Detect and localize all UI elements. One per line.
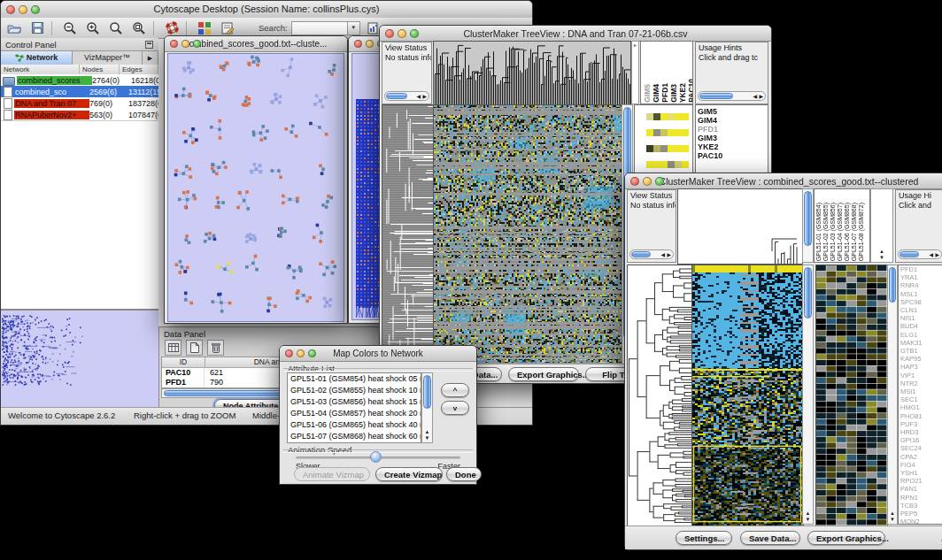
attribute-list-item[interactable]: GPL51-01 (GSM854) heat shock 05 min — [288, 373, 421, 385]
attribute-list-item[interactable]: GPL51-02 (GSM855) heat shock 10 min — [288, 385, 421, 396]
gene-label[interactable]: MSI1 — [899, 387, 942, 395]
network-list-row[interactable]: combined_sco 2569(6) 13112(15) — [1, 86, 158, 97]
gene-label[interactable]: RPN1 — [899, 494, 942, 502]
zoom-button[interactable] — [410, 29, 419, 38]
minimize-button[interactable] — [19, 5, 27, 14]
gene-label[interactable]: HRD3 — [899, 428, 942, 436]
usage-hints-hscrollbar[interactable]: ◀▶ — [698, 91, 766, 101]
gene-label[interactable]: RPO21 — [899, 477, 942, 485]
gene-label[interactable]: PAN1 — [899, 485, 942, 493]
zoom-button[interactable] — [193, 40, 201, 48]
gene-label[interactable]: PFD1 — [899, 265, 942, 273]
column-label[interactable]: GPL51-04 (GSM857) — [837, 203, 844, 261]
minimize-button[interactable] — [366, 40, 374, 48]
new-attribute-button[interactable] — [186, 340, 203, 356]
help-button[interactable] — [162, 20, 181, 36]
network-canvas[interactable] — [167, 53, 344, 322]
zoom-heatmap-canvas[interactable] — [815, 265, 888, 526]
heatmap-canvas[interactable] — [433, 104, 622, 364]
gene-label[interactable]: PFD1 — [696, 125, 768, 134]
search-input[interactable]: ▼ — [291, 21, 360, 35]
close-button[interactable] — [285, 349, 293, 357]
birdseye-view-panel[interactable] — [1, 309, 158, 408]
network-view-title-bar[interactable]: combined_scores_good.txt--cluste... — [165, 36, 347, 52]
gene-label[interactable]: YRA1 — [899, 273, 942, 281]
delete-attribute-button[interactable] — [207, 340, 224, 356]
minimize-button[interactable] — [398, 29, 406, 38]
gene-label[interactable]: ELG1 — [899, 331, 942, 339]
column-edges[interactable]: Edges — [120, 65, 158, 74]
gene-label[interactable]: SPC98 — [899, 298, 942, 306]
gene-label[interactable]: SEC1 — [899, 395, 942, 403]
zoom-button[interactable] — [31, 5, 40, 14]
heatmap-vscrollbar[interactable]: ▲▼ — [802, 265, 814, 525]
tab-network[interactable]: Network — [1, 51, 73, 65]
move-down-button[interactable]: v — [441, 401, 469, 415]
gene-label[interactable]: YKE2 — [696, 142, 768, 151]
tabs-overflow-button[interactable]: ▶ — [143, 51, 158, 65]
attribute-listbox[interactable]: GPL51-01 (GSM854) heat shock 05 minGPL51… — [287, 372, 421, 443]
gene-label[interactable]: KAP95 — [899, 355, 942, 363]
attribute-list-item[interactable]: GPL51-06 (GSM865) heat shock 40 min — [288, 419, 421, 431]
column-label[interactable]: PFD1 — [660, 83, 669, 103]
column-label[interactable]: GPL51-08 (GSM872) — [858, 203, 865, 261]
close-button[interactable] — [630, 177, 639, 186]
minimize-button[interactable] — [297, 349, 305, 357]
float-panel-icon[interactable] — [145, 41, 153, 49]
minimize-button[interactable] — [181, 40, 189, 48]
column-label[interactable]: GPL51-06 (GSM865) — [844, 203, 851, 261]
animate-vizmap-button[interactable]: Animate Vizmap — [294, 467, 370, 481]
column-label[interactable]: GIM5 — [643, 84, 652, 103]
dialog-title-bar[interactable]: Map Colors to Network — [280, 346, 476, 362]
search-dropdown-arrow[interactable]: ▼ — [347, 22, 359, 35]
zoom-button[interactable] — [308, 349, 316, 357]
gene-label[interactable]: MSL1 — [899, 290, 942, 298]
birdseye-canvas[interactable] — [2, 311, 156, 405]
column-label[interactable]: YKE2 — [678, 83, 687, 103]
zoom-button[interactable] — [655, 177, 664, 186]
attribute-list-item[interactable]: GPL51-03 (GSM856) heat shock 15 min — [288, 396, 421, 408]
zoom-selected-button[interactable] — [129, 20, 149, 36]
gene-label[interactable]: YSH1 — [899, 469, 942, 477]
column-dendrogram-canvas[interactable] — [677, 188, 803, 265]
gene-label[interactable]: NTR2 — [899, 380, 942, 387]
column-nodes[interactable]: Nodes — [80, 65, 120, 74]
zoom-fit-button[interactable] — [106, 20, 126, 36]
gene-label[interactable]: HMG1 — [899, 403, 942, 411]
column-label[interactable]: GIM4 — [652, 84, 660, 103]
column-label[interactable]: GPL51-07 (GSM868) — [851, 203, 858, 261]
done-button[interactable]: Done — [446, 467, 482, 481]
gene-label[interactable]: SEC24 — [899, 444, 942, 452]
close-button[interactable] — [6, 5, 15, 14]
column-label[interactable]: GIM3 — [669, 84, 678, 103]
gene-label[interactable]: PUF3 — [899, 420, 942, 428]
zoom-in-button[interactable] — [83, 20, 103, 36]
column-splitter[interactable]: ▸ — [631, 41, 639, 104]
network-list-row[interactable]: RNAPuberNov2+ 563(0) 107847(0) — [1, 109, 158, 120]
save-button[interactable] — [27, 20, 47, 36]
column-label[interactable]: GPL51-03 (GSM856) — [830, 203, 837, 261]
gene-label[interactable]: MAK31 — [899, 339, 942, 347]
gene-label[interactable]: PEP5 — [899, 510, 942, 518]
network-list-row[interactable]: combined_scores 2764(0) 16218(0) — [1, 74, 158, 86]
usage-hints-hscrollbar[interactable]: ◀▶ — [898, 249, 942, 259]
treeview-combined-title-bar[interactable]: ClusterMaker TreeView : combined_scores_… — [625, 173, 942, 189]
tab-vizmapper[interactable]: VizMapper™ — [73, 51, 143, 65]
column-vscrollbar[interactable] — [802, 188, 814, 263]
column-network[interactable]: Network — [1, 65, 80, 74]
slider-thumb[interactable] — [370, 451, 382, 463]
gene-label[interactable]: NIS1 — [899, 314, 942, 322]
view-status-hscrollbar[interactable]: ◀▶ — [629, 249, 674, 259]
column-id[interactable]: ID — [162, 357, 205, 367]
gene-label[interactable]: FIG4 — [899, 461, 942, 469]
treeview-dna-title-bar[interactable]: ClusterMaker TreeView : DNA and Tran 07-… — [380, 26, 771, 42]
gene-label[interactable]: GIM3 — [696, 134, 768, 142]
annotation-button[interactable] — [218, 20, 237, 36]
main-title-bar[interactable]: Cytoscape Desktop (Session Name: collins… — [1, 1, 532, 19]
gene-label[interactable]: GTB1 — [899, 347, 942, 355]
row-dendrogram-canvas[interactable] — [627, 265, 693, 526]
gene-label[interactable]: RNR4 — [899, 281, 942, 289]
zoom-out-button[interactable] — [60, 20, 80, 36]
gene-label[interactable]: VIP1 — [899, 372, 942, 380]
gene-label[interactable]: PAC10 — [696, 151, 768, 160]
